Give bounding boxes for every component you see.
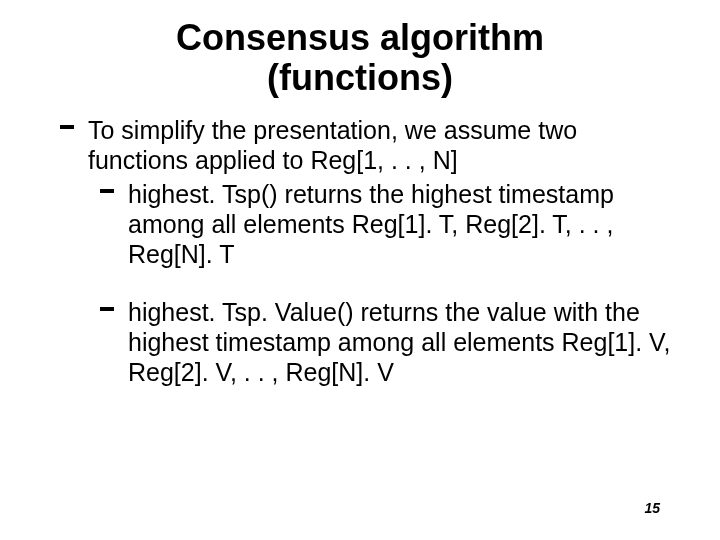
bullet-list: To simplify the presentation, we assume …	[40, 115, 680, 387]
bullet-1-text: To simplify the presentation, we assume …	[88, 116, 577, 174]
title-line-1: Consensus algorithm	[176, 17, 544, 58]
sub-bullet-1: highest. Tsp() returns the highest times…	[128, 179, 680, 269]
page-number: 15	[644, 500, 660, 516]
slide-title: Consensus algorithm (functions)	[40, 18, 680, 97]
sub-bullet-2: highest. Tsp. Value() returns the value …	[128, 297, 680, 387]
bullet-1: To simplify the presentation, we assume …	[88, 115, 680, 387]
title-line-2: (functions)	[267, 57, 453, 98]
slide: Consensus algorithm (functions) To simpl…	[0, 0, 720, 540]
sub-bullet-list: highest. Tsp() returns the highest times…	[88, 179, 680, 387]
